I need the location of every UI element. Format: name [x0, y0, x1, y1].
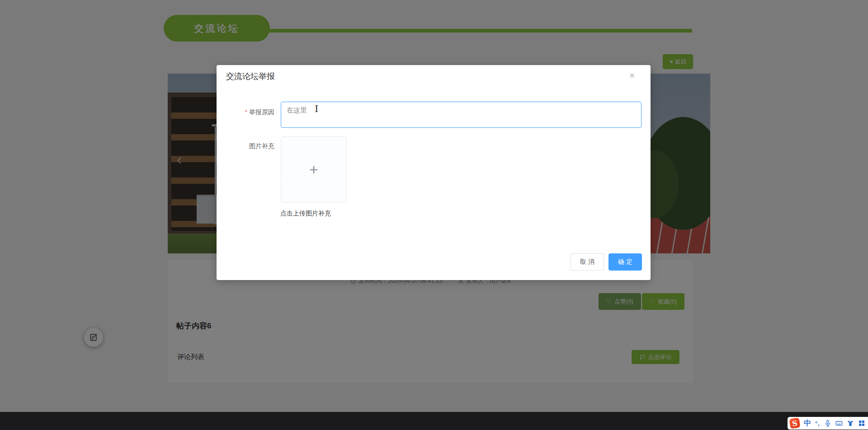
- cancel-button[interactable]: 取 消: [571, 253, 604, 271]
- close-icon[interactable]: ×: [626, 70, 638, 81]
- screen: 交流论坛 ◀ 返回 ‹ 发布时间：2025-04-10 08:41:13 发布: [0, 0, 868, 430]
- upload-hint-text: 点击上传图片补充: [280, 210, 331, 218]
- reason-textarea[interactable]: 在这里: [281, 102, 642, 128]
- keyboard-icon[interactable]: [835, 420, 843, 427]
- dialog-title: 交流论坛举报: [226, 71, 275, 82]
- image-upload-box[interactable]: +: [281, 136, 347, 202]
- plus-icon: +: [309, 162, 318, 177]
- punctuation-icon[interactable]: °,: [815, 420, 820, 427]
- skin-shirt-icon[interactable]: [847, 420, 854, 427]
- text-cursor-icon: I: [315, 103, 318, 114]
- sogou-logo-icon[interactable]: S: [789, 418, 801, 429]
- chinese-mode-icon[interactable]: 中: [804, 419, 811, 428]
- image-field-label: 图片补充: [217, 142, 274, 150]
- confirm-button[interactable]: 确 定: [609, 253, 642, 271]
- dialog-footer: 取 消 确 定: [217, 253, 651, 271]
- report-dialog: 交流论坛举报 × *举报原因 在这里 I 图片补充 + 点击上传图片补充 取 消…: [217, 65, 651, 280]
- required-mark: *: [245, 108, 247, 116]
- taskbar: S 中 °,: [0, 412, 868, 430]
- reason-field-label: *举报原因: [217, 108, 274, 117]
- ime-toolbar: S 中 °,: [788, 417, 868, 430]
- toolbox-grid-icon[interactable]: [858, 420, 865, 427]
- microphone-icon[interactable]: [824, 420, 831, 427]
